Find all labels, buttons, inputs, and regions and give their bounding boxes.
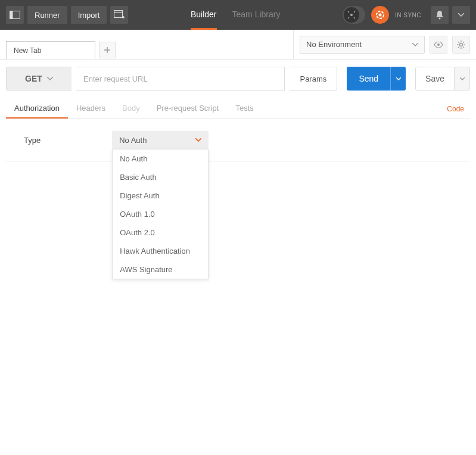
tab-authorization[interactable]: Authorization <box>6 99 68 119</box>
authorization-panel: Type No Auth No Auth Basic Auth Digest A… <box>6 119 470 161</box>
svg-point-10 <box>439 18 441 20</box>
plus-icon <box>104 47 110 53</box>
auth-type-select[interactable]: No Auth <box>112 131 209 149</box>
svg-point-14 <box>460 43 463 46</box>
auth-type-dropdown: No Auth Basic Auth Digest Auth OAuth 1.0… <box>112 149 209 279</box>
dropdown-item[interactable]: No Auth <box>113 149 208 168</box>
sync-pill[interactable] <box>343 6 365 24</box>
bell-icon <box>435 10 444 20</box>
environment-settings-button[interactable] <box>452 36 470 54</box>
new-window-icon <box>114 10 125 20</box>
environment-label: No Environment <box>306 40 362 49</box>
environment-select[interactable]: No Environment <box>300 36 425 54</box>
save-options-button[interactable] <box>455 67 470 91</box>
panel-icon <box>10 11 20 19</box>
http-method-label: GET <box>25 74 42 83</box>
send-button-group: Send <box>347 67 406 91</box>
url-input[interactable] <box>76 67 285 91</box>
new-window-button[interactable] <box>110 6 128 24</box>
nav-builder[interactable]: Builder <box>191 0 217 30</box>
satellite-icon <box>344 7 359 23</box>
dropdown-item[interactable]: Hawk Authentication <box>113 242 208 260</box>
svg-point-6 <box>350 14 353 16</box>
tab-tests[interactable]: Tests <box>227 99 262 119</box>
eye-icon <box>434 42 443 48</box>
http-method-select[interactable]: GET <box>6 67 71 91</box>
import-button[interactable]: Import <box>71 6 107 24</box>
request-content: GET Params Send Save Authorization Heade… <box>0 60 476 169</box>
svg-point-9 <box>378 14 381 17</box>
chevron-down-icon <box>460 77 465 80</box>
request-config-tabs: Authorization Headers Body Pre-request S… <box>6 99 470 119</box>
dropdown-item[interactable]: OAuth 2.0 <box>113 223 208 242</box>
send-button[interactable]: Send <box>347 67 390 91</box>
runner-button[interactable]: Runner <box>27 6 67 24</box>
tab-pre-request-script[interactable]: Pre-request Script <box>148 99 228 119</box>
sync-status-icon[interactable] <box>371 6 389 24</box>
sync-status-text: IN SYNC <box>395 12 421 18</box>
auth-type-label: Type <box>24 136 41 145</box>
sub-toolbar: New Tab No Environment <box>0 30 476 60</box>
chevron-down-icon <box>458 13 464 17</box>
nav-team-library[interactable]: Team Library <box>232 0 281 30</box>
dropdown-item[interactable]: AWS Signature <box>113 260 208 279</box>
svg-line-20 <box>463 46 464 48</box>
save-button[interactable]: Save <box>415 67 455 91</box>
environment-area: No Environment <box>293 30 476 59</box>
add-tab-button[interactable] <box>99 42 116 58</box>
svg-line-19 <box>458 42 459 43</box>
chevron-down-icon <box>195 138 201 142</box>
request-tab[interactable]: New Tab <box>6 41 95 59</box>
svg-rect-2 <box>114 11 123 18</box>
request-url-row: GET Params Send Save <box>6 67 470 91</box>
auth-type-selected: No Auth <box>119 136 147 145</box>
dropdown-item[interactable]: Basic Auth <box>113 168 208 186</box>
svg-rect-1 <box>10 11 13 19</box>
sync-section: IN SYNC <box>343 6 421 24</box>
notifications-button[interactable] <box>431 6 449 24</box>
tab-body[interactable]: Body <box>114 99 148 119</box>
top-toolbar: Runner Import Builder Team Library IN SY… <box>0 0 476 30</box>
code-link[interactable]: Code <box>447 105 464 113</box>
svg-line-21 <box>463 42 464 43</box>
sidebar-toggle-button[interactable] <box>6 6 24 24</box>
chevron-down-icon <box>47 77 53 80</box>
params-button[interactable]: Params <box>290 67 337 91</box>
request-tabs-strip: New Tab <box>0 30 293 59</box>
tab-headers[interactable]: Headers <box>68 99 114 119</box>
chevron-down-icon <box>396 77 401 80</box>
svg-line-22 <box>458 46 459 48</box>
svg-point-13 <box>437 43 440 46</box>
send-options-button[interactable] <box>390 67 406 91</box>
save-button-group: Save <box>415 67 470 91</box>
top-center-nav: Builder Team Library <box>132 0 338 30</box>
dropdown-item[interactable]: OAuth 1.0 <box>113 205 208 223</box>
menu-caret-button[interactable] <box>452 6 470 24</box>
gear-icon <box>457 40 465 49</box>
dropdown-item[interactable]: Digest Auth <box>113 186 208 205</box>
auth-type-select-wrap: No Auth No Auth Basic Auth Digest Auth O… <box>112 131 209 149</box>
environment-quicklook-button[interactable] <box>430 36 447 54</box>
chevron-down-icon <box>412 43 418 46</box>
